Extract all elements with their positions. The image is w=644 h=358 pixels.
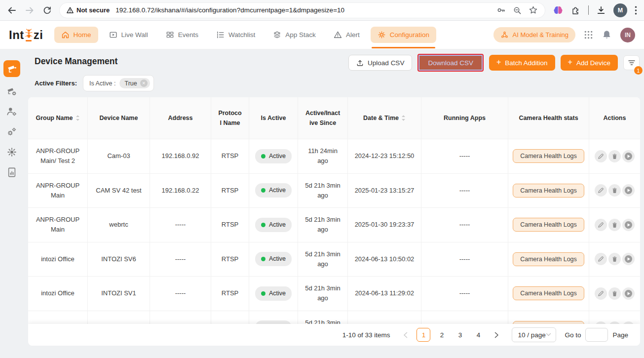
col-address: Address [150,97,211,139]
page-button-1[interactable]: 1 [417,328,430,342]
cell-address: ----- [150,208,211,242]
camera-health-logs-button[interactable]: Camera Health Logs [513,252,584,266]
next-page-button[interactable] [490,328,503,342]
nav-item-configuration[interactable]: Configuration [371,27,436,43]
nav-item-events[interactable]: Events [159,27,205,43]
intozi-logo[interactable]: Int zi [9,29,43,41]
forward-icon[interactable] [25,5,35,15]
status-badge: Active [255,218,292,232]
edit-device-button[interactable] [595,287,607,300]
cell-running-apps: ----- [421,277,508,311]
col-group-name[interactable]: Group Name [28,97,88,139]
camera-health-logs-button[interactable]: Camera Health Logs [513,218,584,232]
nav-item-home[interactable]: Home [54,27,98,43]
add-device-button[interactable]: + Add Device [561,55,618,71]
notifications-bell-icon[interactable] [602,30,612,40]
sidebar-item-device-management[interactable] [3,60,20,77]
back-icon[interactable] [7,5,17,15]
play-stream-button[interactable] [622,253,635,265]
bookmark-star-icon[interactable] [529,5,538,15]
edit-device-button[interactable] [595,150,607,162]
ai-model-training-button[interactable]: AI Model & Training [493,27,575,42]
chevron-right-icon [494,332,499,338]
toolbar-separator [588,5,589,15]
downloads-icon[interactable] [596,5,606,15]
filter-lines-icon [628,59,636,66]
status-dot-icon [261,291,265,296]
sidebar-item-settings[interactable] [6,146,18,158]
cell-group-name: ANPR-GROUP Main [28,174,88,208]
status-badge: Active [255,183,292,198]
play-stream-button[interactable] [622,287,635,300]
delete-device-button[interactable] [608,184,621,197]
cell-actions [589,242,640,277]
edit-pencil-icon [598,222,604,228]
apps-grid-icon[interactable] [584,30,593,40]
sidebar-item-reports[interactable] [6,166,18,178]
play-stream-button[interactable] [622,150,635,162]
camera-health-logs-button[interactable]: Camera Health Logs [513,184,584,198]
edit-device-button[interactable] [595,219,607,231]
camera-health-logs-button[interactable]: Camera Health Logs [513,286,584,300]
cell-device-name: INTOZI SV1 [88,277,150,311]
edit-device-button[interactable] [595,253,607,265]
goto-label: Go to [565,331,581,339]
sidebar-item-user-config[interactable] [6,106,18,118]
extensions-puzzle-icon[interactable] [571,5,581,15]
report-document-icon [7,167,17,178]
ant-logo-icon [25,29,33,41]
cell-is-active: Active [249,242,298,277]
brain-extension-icon[interactable] [553,5,564,15]
table-header-row: Group Name Device Name Address Protocol … [28,97,640,139]
col-date-time[interactable]: Date & Time [348,97,421,139]
not-secure-badge[interactable]: Not secure [67,6,110,14]
page-button-4[interactable]: 4 [471,328,485,342]
status-badge: Active [255,149,292,163]
events-icon [166,31,174,39]
nav-item-app-stack[interactable]: App Stack [266,27,323,43]
camera-health-logs-button[interactable]: Camera Health Logs [513,149,584,163]
user-avatar[interactable]: IN [620,28,635,42]
nav-item-watchlist[interactable]: Watchlist [209,27,262,43]
page-size-select[interactable]: 10 / page [512,327,556,342]
col-running-apps: Running Apps [421,97,508,139]
status-badge: Active [255,252,292,266]
trash-icon [611,222,618,228]
address-bar[interactable]: Not secure 192.168.0.72/ikshana/#/iais/c… [60,3,545,18]
trash-icon [611,290,618,297]
prev-page-button[interactable] [398,328,412,342]
url-text[interactable]: 192.168.0.72/ikshana/#/iais/configuratio… [115,6,492,14]
delete-device-button[interactable] [608,287,621,300]
cell-since: 5d 21h 3min ago [298,208,348,242]
remove-filter-icon[interactable]: × [140,80,148,87]
page-button-3[interactable]: 3 [453,328,467,342]
reload-icon[interactable] [42,5,52,15]
nav-item-live-wall[interactable]: Live Wall [102,27,155,43]
delete-device-button[interactable] [608,219,621,231]
page-button-2[interactable]: 2 [435,328,449,342]
cell-actions [589,277,640,311]
configuration-gear-icon [378,31,386,39]
edit-device-button[interactable] [595,184,607,197]
zoom-out-icon[interactable] [513,6,522,15]
cell-running-apps: ----- [421,242,508,277]
browser-profile-avatar[interactable]: M [613,3,627,17]
edit-pencil-icon [598,153,604,159]
col-actions: Actions [589,97,640,139]
live-wall-icon [109,31,117,39]
batch-addition-button[interactable]: + Batch Addition [489,55,555,71]
delete-device-button[interactable] [608,253,621,265]
play-stream-button[interactable] [622,184,635,197]
play-stream-button[interactable] [622,219,635,231]
upload-csv-button[interactable]: Upload CSV [348,55,412,71]
password-key-icon[interactable] [496,5,506,15]
nav-item-alert[interactable]: Alert [327,27,367,43]
download-csv-button[interactable]: Download CSV [418,55,483,71]
sidebar-item-services[interactable] [6,126,18,138]
plus-icon: + [496,58,501,66]
gears-icon [6,126,17,137]
browser-menu-icon[interactable] [635,6,637,15]
sidebar-item-camera-config[interactable] [6,85,18,97]
delete-device-button[interactable] [608,150,621,162]
goto-page-input[interactable] [585,328,608,342]
